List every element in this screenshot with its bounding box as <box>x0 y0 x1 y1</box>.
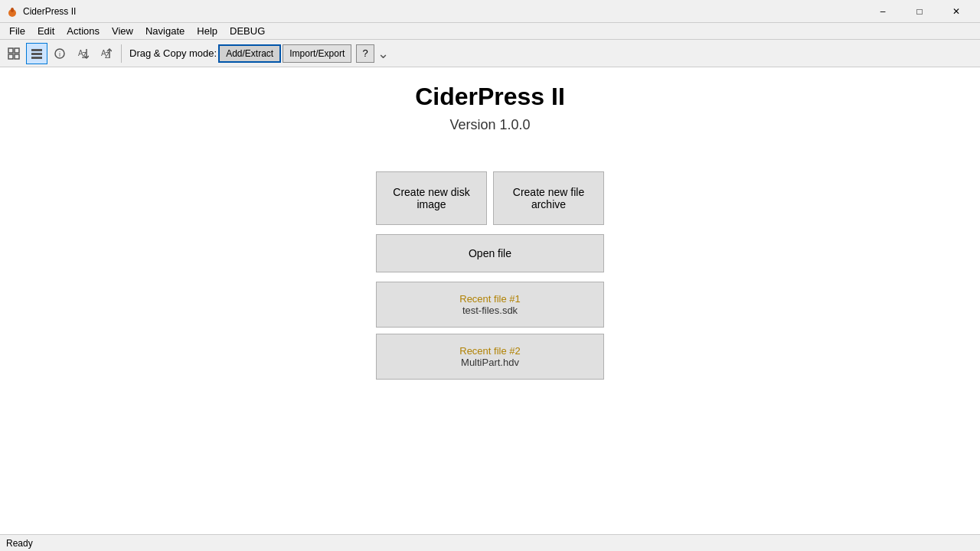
svg-rect-6 <box>31 49 42 51</box>
menu-bar: File Edit Actions View Navigate Help DEB… <box>0 23 980 40</box>
title-bar: CiderPress II – □ ✕ <box>0 0 980 23</box>
recent-file-2-name: MultiPart.hdv <box>461 357 519 368</box>
maximize-button[interactable]: □ <box>902 0 937 23</box>
svg-rect-8 <box>31 57 42 59</box>
svg-rect-3 <box>15 48 19 53</box>
menu-help[interactable]: Help <box>191 23 224 39</box>
create-disk-image-button[interactable]: Create new disk image <box>376 171 487 225</box>
menu-file[interactable]: File <box>3 23 31 39</box>
toolbar-button-4[interactable]: A Z <box>72 43 93 64</box>
recent-file-1-button[interactable]: Recent file #1 test-files.sdk <box>376 282 604 328</box>
toolbar-button-1[interactable] <box>3 43 24 64</box>
app-title: CiderPress II <box>415 83 565 111</box>
svg-text:Z: Z <box>82 51 87 60</box>
app-icon <box>6 5 18 18</box>
svg-rect-2 <box>8 48 13 53</box>
dropdown-arrow[interactable]: ⌄ <box>377 45 389 62</box>
svg-rect-5 <box>15 54 19 59</box>
svg-text:Z: Z <box>105 51 109 60</box>
close-button[interactable]: ✕ <box>939 0 974 23</box>
top-action-buttons: Create new disk image Create new file ar… <box>376 171 604 225</box>
mode-add-extract[interactable]: Add/Extract <box>218 44 281 63</box>
menu-navigate[interactable]: Navigate <box>139 23 191 39</box>
menu-actions[interactable]: Actions <box>60 23 106 39</box>
menu-edit[interactable]: Edit <box>31 23 60 39</box>
mode-import-export[interactable]: Import/Export <box>283 44 351 63</box>
recent-file-1-title: Recent file #1 <box>459 293 521 305</box>
main-content: CiderPress II Version 1.0.0 Create new d… <box>0 67 980 534</box>
menu-view[interactable]: View <box>106 23 139 39</box>
recent-file-2-button[interactable]: Recent file #2 MultiPart.hdv <box>376 334 604 380</box>
open-file-button[interactable]: Open file <box>376 234 604 272</box>
toolbar-button-3[interactable]: i <box>49 43 70 64</box>
drag-copy-label: Drag & Copy mode: <box>129 47 217 59</box>
minimize-button[interactable]: – <box>865 0 900 23</box>
window-title: CiderPress II <box>23 6 865 17</box>
toolbar-button-2[interactable] <box>26 43 47 64</box>
recent-file-2-title: Recent file #2 <box>459 345 521 357</box>
menu-debug[interactable]: DEBUG <box>224 23 271 39</box>
toolbar-separator <box>121 44 122 63</box>
status-text: Ready <box>6 538 33 549</box>
help-button[interactable]: ? <box>356 44 374 63</box>
svg-point-1 <box>11 8 14 12</box>
svg-text:i: i <box>59 51 60 58</box>
toolbar-button-5[interactable]: A Z <box>95 43 116 64</box>
window-controls: – □ ✕ <box>865 0 974 23</box>
recent-file-1-name: test-files.sdk <box>462 305 518 316</box>
status-bar: Ready <box>0 534 980 551</box>
app-version: Version 1.0.0 <box>449 117 530 133</box>
svg-rect-4 <box>8 54 13 59</box>
toolbar: i A Z A Z Drag & Copy mode: Add/Extract … <box>0 40 980 67</box>
svg-rect-7 <box>31 53 42 55</box>
create-file-archive-button[interactable]: Create new file archive <box>493 171 604 225</box>
